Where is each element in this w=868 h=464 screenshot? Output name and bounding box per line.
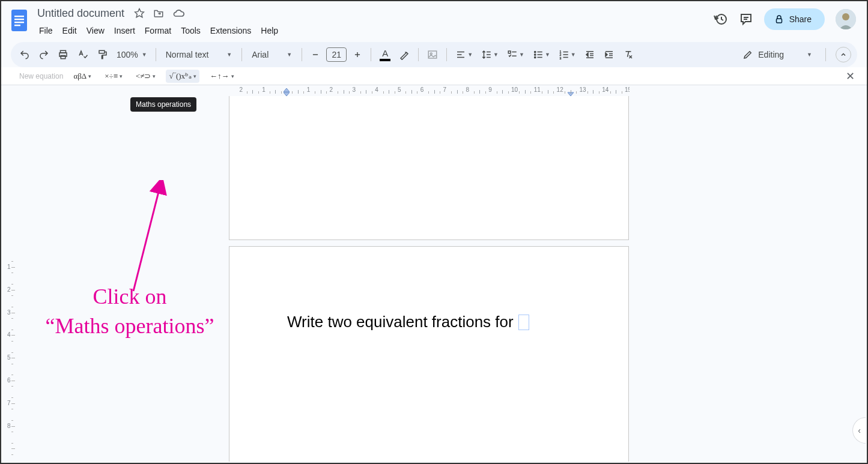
chevron-down-icon: ▼ <box>226 52 232 58</box>
menu-help[interactable]: Help <box>256 25 282 37</box>
new-equation-button[interactable]: New equation <box>19 72 63 80</box>
maths-operations-tooltip: Maths operations <box>130 97 196 112</box>
arrows-dropdown[interactable]: ←↑→▾ <box>207 70 237 83</box>
math-operations-dropdown[interactable]: √‾()xᵇₐ▾ <box>166 70 199 83</box>
chevron-down-icon: ▼ <box>519 52 524 58</box>
main-toolbar: 100% ▼ Normal text ▼ Arial ▼ 21 A ▼ ▼ ▼ … <box>11 42 857 67</box>
align-dropdown[interactable]: ▼ <box>453 46 475 64</box>
svg-rect-3 <box>14 22 24 23</box>
relations-dropdown[interactable]: <≠⊃▾ <box>133 70 159 83</box>
annotation-arrow <box>127 180 175 294</box>
text-color-button[interactable]: A <box>377 46 393 64</box>
svg-rect-19 <box>428 51 437 58</box>
highlight-color-button[interactable] <box>396 46 412 64</box>
decrease-indent-button[interactable] <box>582 46 598 64</box>
chevron-down-icon: ▾ <box>88 73 91 79</box>
menu-extensions[interactable]: Extensions <box>206 25 255 37</box>
svg-point-30 <box>535 51 536 52</box>
body-text: Write two equivalent fractions for <box>287 313 514 331</box>
comments-icon[interactable] <box>739 12 753 26</box>
font-label: Arial <box>252 50 269 59</box>
undo-button[interactable] <box>17 46 32 64</box>
bulleted-list-dropdown[interactable]: ▼ <box>530 46 553 64</box>
pencil-icon <box>742 49 753 60</box>
svg-rect-27 <box>508 51 511 53</box>
svg-rect-2 <box>14 19 24 20</box>
chevron-down-icon: ▾ <box>120 73 123 79</box>
font-size-input[interactable]: 21 <box>326 47 347 62</box>
cloud-status-icon[interactable] <box>172 8 184 19</box>
page-2: Write two equivalent fractions for <box>229 246 629 462</box>
equation-placeholder[interactable] <box>518 315 529 330</box>
chevron-down-icon: ▾ <box>153 73 156 79</box>
svg-point-31 <box>535 54 536 55</box>
header-right: Share <box>714 5 861 30</box>
horizontal-ruler[interactable]: 21123456789101112131415 <box>1 86 867 96</box>
collapse-toolbar-button[interactable] <box>836 47 851 62</box>
close-equation-toolbar-button[interactable]: ✕ <box>846 70 855 83</box>
clear-formatting-button[interactable] <box>621 46 636 64</box>
annotation-text: Click on “Maths operations” <box>28 282 232 340</box>
menu-view[interactable]: View <box>82 25 109 37</box>
svg-line-58 <box>133 185 160 291</box>
app-header: Untitled document File Edit View Insert … <box>1 1 867 40</box>
svg-rect-4 <box>14 25 20 26</box>
increase-indent-button[interactable] <box>601 46 617 64</box>
font-dropdown[interactable]: Arial ▼ <box>248 50 296 59</box>
paragraph-style-label: Normal text <box>166 50 209 59</box>
document-body[interactable]: Write two equivalent fractions for <box>287 313 529 331</box>
svg-rect-0 <box>11 10 27 31</box>
docs-logo-icon[interactable] <box>7 5 31 37</box>
equation-toolbar: New equation αβΔ▾ ×÷≡▾ <≠⊃▾ √‾()xᵇₐ▾ ←↑→… <box>1 67 867 85</box>
history-icon[interactable] <box>714 12 728 26</box>
editing-mode-dropdown[interactable]: Editing ▼ <box>735 46 819 64</box>
menu-tools[interactable]: Tools <box>177 25 205 37</box>
menu-insert[interactable]: Insert <box>110 25 139 37</box>
redo-button[interactable] <box>36 46 52 64</box>
vertical-ruler[interactable]: 12345678 <box>6 255 16 462</box>
numbered-list-dropdown[interactable]: 123▼ <box>556 46 578 64</box>
greek-letters-dropdown[interactable]: αβΔ▾ <box>70 70 94 83</box>
svg-text:3: 3 <box>559 56 561 60</box>
share-button[interactable]: Share <box>764 8 825 30</box>
menu-edit[interactable]: Edit <box>58 25 81 37</box>
svg-point-11 <box>842 13 849 20</box>
svg-marker-51 <box>605 53 607 56</box>
line-spacing-dropdown[interactable]: ▼ <box>479 46 501 64</box>
zoom-dropdown[interactable]: 100% ▼ <box>114 50 150 59</box>
svg-marker-46 <box>586 53 588 56</box>
chevron-down-icon: ▾ <box>231 73 234 79</box>
chevron-down-icon: ▼ <box>493 52 499 58</box>
misc-operations-dropdown[interactable]: ×÷≡▾ <box>102 70 126 83</box>
page-1 <box>229 96 629 240</box>
chevron-down-icon: ▾ <box>193 73 196 79</box>
svg-rect-15 <box>99 50 105 53</box>
account-avatar[interactable] <box>836 9 856 29</box>
share-label: Share <box>789 14 812 24</box>
paint-format-button[interactable] <box>95 46 111 64</box>
svg-point-32 <box>535 56 536 58</box>
decrease-font-button[interactable] <box>308 46 323 64</box>
menu-format[interactable]: Format <box>141 25 175 37</box>
document-canvas[interactable]: 12345678 Write two equivalent fractions … <box>1 96 867 462</box>
increase-font-button[interactable] <box>350 46 365 64</box>
lock-icon <box>774 14 785 25</box>
print-button[interactable] <box>55 46 71 64</box>
svg-rect-9 <box>776 19 782 23</box>
paragraph-style-dropdown[interactable]: Normal text ▼ <box>162 50 236 59</box>
menu-file[interactable]: File <box>35 25 57 37</box>
insert-image-button[interactable] <box>425 46 440 64</box>
move-icon[interactable] <box>153 8 164 19</box>
checklist-dropdown[interactable]: ▼ <box>505 46 527 64</box>
expand-side-panel-button[interactable]: ‹ <box>852 417 866 444</box>
spellcheck-button[interactable] <box>74 46 91 64</box>
chevron-down-icon: ▼ <box>287 52 292 58</box>
chevron-down-icon: ▼ <box>807 52 812 58</box>
document-title[interactable]: Untitled document <box>35 7 127 20</box>
chevron-down-icon: ▼ <box>142 52 147 58</box>
chevron-down-icon: ▼ <box>467 52 473 58</box>
zoom-value: 100% <box>117 50 138 59</box>
title-area: Untitled document File Edit View Insert … <box>35 5 714 38</box>
svg-marker-5 <box>135 9 144 17</box>
star-icon[interactable] <box>134 8 145 19</box>
